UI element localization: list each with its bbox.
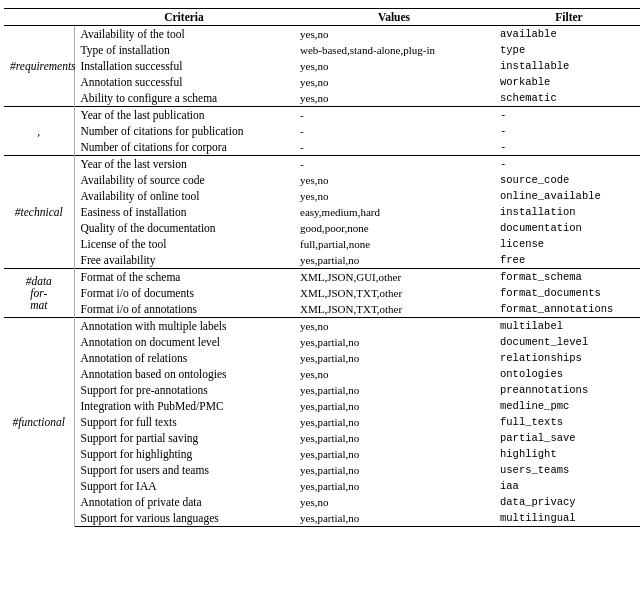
header-values: Values (294, 9, 494, 26)
table-row: #technicalYear of the last version-- (4, 156, 640, 173)
filter-cell: full_texts (494, 414, 640, 430)
table-row: Type of installationweb-based,stand-alon… (4, 42, 640, 58)
filter-cell: - (494, 123, 640, 139)
table-header-row: Criteria Values Filter (4, 9, 640, 26)
filter-cell: medline_pmc (494, 398, 640, 414)
filter-cell: license (494, 236, 640, 252)
filter-cell: installable (494, 58, 640, 74)
table-row: License of the toolfull,partial,nonelice… (4, 236, 640, 252)
filter-cell: preannotations (494, 382, 640, 398)
table-row: Support for IAAyes,partial,noiaa (4, 478, 640, 494)
values-cell: yes,partial,no (294, 510, 494, 527)
header-criteria: Criteria (74, 9, 294, 26)
table-row: Annotation based on ontologiesyes,noonto… (4, 366, 640, 382)
table-row: Availability of source codeyes,nosource_… (4, 172, 640, 188)
criteria-cell: Annotation of relations (74, 350, 294, 366)
values-cell: yes,no (294, 26, 494, 43)
criteria-cell: Annotation successful (74, 74, 294, 90)
main-table-wrapper: Criteria Values Filter #requirementsAvai… (0, 0, 640, 535)
filter-cell: multilabel (494, 318, 640, 335)
table-row: #datafor-matFormat of the schemaXML,JSON… (4, 269, 640, 286)
table-row: Support for pre-annotationsyes,partial,n… (4, 382, 640, 398)
filter-cell: format_documents (494, 285, 640, 301)
criteria-cell: Type of installation (74, 42, 294, 58)
table-row: Support for various languagesyes,partial… (4, 510, 640, 527)
values-cell: yes,partial,no (294, 382, 494, 398)
criteria-cell: Annotation of private data (74, 494, 294, 510)
table-row: Annotation on document levelyes,partial,… (4, 334, 640, 350)
filter-cell: document_level (494, 334, 640, 350)
table-row: Integration with PubMed/PMCyes,partial,n… (4, 398, 640, 414)
values-cell: XML,JSON,GUI,other (294, 269, 494, 286)
table-row: Ability to configure a schemayes,noschem… (4, 90, 640, 107)
values-cell: good,poor,none (294, 220, 494, 236)
values-cell: yes,no (294, 188, 494, 204)
criteria-cell: Availability of source code (74, 172, 294, 188)
values-cell: yes,partial,no (294, 252, 494, 269)
group-cell: #requirements (4, 26, 74, 107)
filter-cell: installation (494, 204, 640, 220)
criteria-cell: Free availability (74, 252, 294, 269)
criteria-cell: Support for highlighting (74, 446, 294, 462)
values-cell: - (294, 107, 494, 124)
criteria-cell: Support for partial saving (74, 430, 294, 446)
criteria-cell: Support for full texts (74, 414, 294, 430)
criteria-cell: Support for various languages (74, 510, 294, 527)
values-cell: yes,partial,no (294, 430, 494, 446)
table-row: Support for partial savingyes,partial,no… (4, 430, 640, 446)
filter-cell: ontologies (494, 366, 640, 382)
criteria-cell: Format of the schema (74, 269, 294, 286)
values-cell: yes,partial,no (294, 398, 494, 414)
criteria-cell: Easiness of installation (74, 204, 294, 220)
filter-cell: workable (494, 74, 640, 90)
filter-cell: - (494, 156, 640, 173)
filter-cell: free (494, 252, 640, 269)
filter-cell: format_annotations (494, 301, 640, 318)
header-filter: Filter (494, 9, 640, 26)
criteria-cell: Support for IAA (74, 478, 294, 494)
criteria-cell: Annotation with multiple labels (74, 318, 294, 335)
table-row: Format i/o of annotationsXML,JSON,TXT,ot… (4, 301, 640, 318)
criteria-cell: Installation successful (74, 58, 294, 74)
values-cell: yes,partial,no (294, 350, 494, 366)
group-cell: #technical (4, 156, 74, 269)
table-row: Number of citations for corpora-- (4, 139, 640, 156)
criteria-cell: Number of citations for publication (74, 123, 294, 139)
values-cell: yes,no (294, 90, 494, 107)
criteria-cell: Ability to configure a schema (74, 90, 294, 107)
values-cell: - (294, 123, 494, 139)
filter-cell: highlight (494, 446, 640, 462)
criteria-cell: License of the tool (74, 236, 294, 252)
table-row: ,Year of the last publication-- (4, 107, 640, 124)
values-cell: yes,no (294, 172, 494, 188)
table-row: Easiness of installationeasy,medium,hard… (4, 204, 640, 220)
criteria-cell: Quality of the documentation (74, 220, 294, 236)
group-cell: #datafor-mat (4, 269, 74, 318)
values-cell: yes,no (294, 366, 494, 382)
header-group (4, 9, 74, 26)
table-row: Format i/o of documentsXML,JSON,TXT,othe… (4, 285, 640, 301)
values-cell: yes,partial,no (294, 478, 494, 494)
filter-cell: data_privacy (494, 494, 640, 510)
table-row: Support for users and teamsyes,partial,n… (4, 462, 640, 478)
table-row: #requirementsAvailability of the toolyes… (4, 26, 640, 43)
filter-cell: partial_save (494, 430, 640, 446)
table-row: Number of citations for publication-- (4, 123, 640, 139)
values-cell: yes,no (294, 58, 494, 74)
criteria-cell: Year of the last publication (74, 107, 294, 124)
table-row: Annotation of private datayes,nodata_pri… (4, 494, 640, 510)
values-cell: yes,partial,no (294, 334, 494, 350)
table-row: Installation successfulyes,noinstallable (4, 58, 640, 74)
table-row: Availability of online toolyes,noonline_… (4, 188, 640, 204)
table-row: #functionalAnnotation with multiple labe… (4, 318, 640, 335)
values-cell: XML,JSON,TXT,other (294, 301, 494, 318)
group-cell: , (4, 107, 74, 156)
table-row: Free availabilityyes,partial,nofree (4, 252, 640, 269)
filter-cell: available (494, 26, 640, 43)
criteria-cell: Availability of the tool (74, 26, 294, 43)
filter-cell: online_available (494, 188, 640, 204)
values-cell: full,partial,none (294, 236, 494, 252)
criteria-cell: Annotation on document level (74, 334, 294, 350)
values-cell: yes,partial,no (294, 414, 494, 430)
criteria-cell: Support for pre-annotations (74, 382, 294, 398)
